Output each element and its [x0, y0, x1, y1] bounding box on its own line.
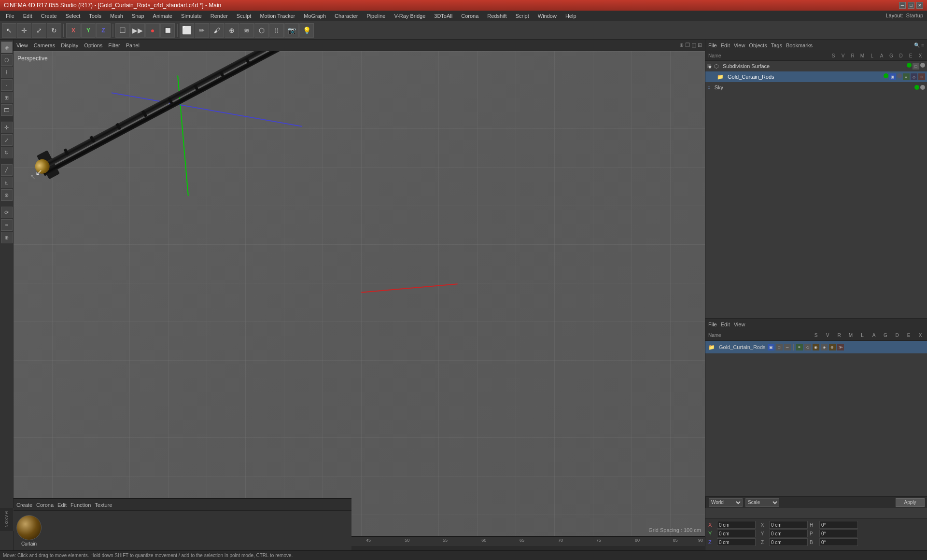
tool-model[interactable]: ◈	[1, 42, 13, 53]
tool-grid-dots[interactable]: ⁞⁞	[269, 23, 284, 38]
maximize-button[interactable]: □	[908, 2, 914, 9]
menu-corona[interactable]: Corona	[457, 12, 482, 20]
menu-vray[interactable]: V-Ray Bridge	[390, 12, 429, 20]
viewport[interactable]: Perspective	[14, 51, 705, 536]
mat-tab-edit[interactable]: Edit	[57, 502, 67, 508]
tool-anim-record[interactable]: ●	[145, 23, 160, 38]
menu-3dtoall[interactable]: 3DToAll	[430, 12, 456, 20]
tool-move2[interactable]: ✛	[1, 122, 13, 133]
close-button[interactable]: ✕	[916, 2, 923, 9]
attr-icon-6[interactable]: ≫	[837, 344, 844, 350]
mat-tab-function[interactable]: Function	[70, 502, 91, 508]
tool-object-mode[interactable]: □	[115, 23, 130, 38]
attr-selected-row[interactable]: 📁 Gold_Curtain_Rods ▣ □ ─ ≡ ◇ ◉ ◈ ⊕ ≫	[705, 341, 927, 353]
menu-script[interactable]: Script	[512, 12, 533, 20]
vp-menu-view[interactable]: View	[16, 42, 28, 48]
world-dropdown[interactable]: World	[709, 498, 743, 507]
tool-move[interactable]: ✛	[17, 23, 31, 38]
menu-simulate[interactable]: Simulate	[177, 12, 206, 20]
vis-dot-5[interactable]	[914, 85, 919, 90]
tool-measure[interactable]: ⊾	[1, 177, 13, 188]
vis-dot-6[interactable]	[920, 85, 925, 90]
vp-menu-panel[interactable]: Panel	[126, 42, 140, 48]
attr-vis-icon[interactable]: ▣	[768, 344, 774, 350]
menu-motion-tracker[interactable]: Motion Tracker	[256, 12, 299, 20]
coord-z-pos[interactable]	[717, 538, 756, 546]
coord-z-rot[interactable]	[769, 538, 808, 546]
tool-brush[interactable]: ⊕	[1, 232, 13, 243]
mat-tab-corona[interactable]: Corona	[36, 502, 54, 508]
tool-uv[interactable]: ⊞	[1, 92, 13, 103]
tool-3d[interactable]: 🗖	[1, 104, 13, 116]
attr-icon-1[interactable]: ≡	[796, 344, 803, 350]
tool-z-axis[interactable]: Z	[96, 23, 111, 38]
menu-render[interactable]: Render	[207, 12, 232, 20]
attr-menu-view[interactable]: View	[734, 322, 745, 327]
tool-scale2[interactable]: ⤢	[1, 134, 13, 146]
menu-mograph[interactable]: MoGraph	[300, 12, 330, 20]
tool-pencil[interactable]: ✏	[195, 23, 209, 38]
attr-icon-2[interactable]: ◇	[804, 344, 811, 350]
coord-h-input[interactable]	[819, 521, 858, 529]
vis-dot-1[interactable]	[907, 63, 912, 68]
menu-select[interactable]: Select	[62, 12, 84, 20]
apply-button[interactable]: Apply	[896, 498, 925, 507]
tool-cube[interactable]: ⬜	[180, 23, 194, 38]
menu-sculpt[interactable]: Sculpt	[233, 12, 255, 20]
tool-smooth[interactable]: ≈	[1, 219, 13, 231]
menu-mesh[interactable]: Mesh	[106, 12, 127, 20]
coord-b-input[interactable]	[819, 538, 858, 546]
tool-x-axis[interactable]: X	[66, 23, 81, 38]
tool-select[interactable]: ↖	[2, 23, 16, 38]
obj-menu-objects[interactable]: Objects	[749, 42, 767, 48]
vis-dot-4[interactable]	[897, 73, 902, 78]
menu-snap[interactable]: Snap	[128, 12, 148, 20]
tool-render-view[interactable]: 🔲	[160, 23, 175, 38]
obj-menu-edit[interactable]: Edit	[721, 42, 730, 48]
material-curtain-item[interactable]: Curtain	[16, 515, 42, 546]
menu-create[interactable]: Create	[37, 12, 61, 20]
material-ball-curtain[interactable]	[16, 515, 42, 540]
vp-menu-options[interactable]: Options	[84, 42, 102, 48]
tool-frame[interactable]: ▶▶	[130, 23, 145, 38]
menu-animate[interactable]: Animate	[149, 12, 176, 20]
tool-camera[interactable]: 📷	[284, 23, 299, 38]
attr-icon-4[interactable]: ◈	[821, 344, 828, 350]
obj-menu-tags[interactable]: Tags	[771, 42, 782, 48]
obj-menu-file[interactable]: File	[708, 42, 717, 48]
tool-rotate2[interactable]: ↻	[1, 147, 13, 158]
tool-scale[interactable]: ⤢	[32, 23, 46, 38]
tool-edge[interactable]: ⌇	[1, 67, 13, 78]
mat-tab-texture[interactable]: Texture	[95, 502, 112, 508]
menu-pipeline[interactable]: Pipeline	[363, 12, 389, 20]
coord-p-input[interactable]	[819, 530, 858, 537]
tool-y-axis[interactable]: Y	[81, 23, 96, 38]
coord-x-rot[interactable]	[769, 521, 808, 529]
attr-menu-file[interactable]: File	[708, 322, 717, 327]
menu-file[interactable]: File	[2, 12, 18, 20]
vis-dot-3[interactable]	[884, 73, 888, 78]
attr-lock-icon[interactable]: □	[776, 344, 783, 350]
tool-point[interactable]: ·	[1, 79, 13, 91]
tool-poly[interactable]: ⬡	[1, 54, 13, 66]
tool-sculpt2[interactable]: ⊕	[225, 23, 239, 38]
menu-edit[interactable]: Edit	[19, 12, 36, 20]
menu-tools[interactable]: Tools	[85, 12, 105, 20]
menu-window[interactable]: Window	[534, 12, 561, 20]
tool-light[interactable]: 💡	[299, 23, 314, 38]
menu-help[interactable]: Help	[562, 12, 580, 20]
obj-row-gold-curtain[interactable]: 📁 Gold_Curtain_Rods ▣ ≡ ◇ ⊕	[705, 71, 927, 82]
tool-paint[interactable]: 🖌	[210, 23, 224, 38]
scale-dropdown[interactable]: Scale	[745, 498, 779, 507]
vis-dot-2[interactable]	[920, 63, 925, 68]
obj-row-sky[interactable]: ○ Sky	[705, 82, 927, 93]
coord-y-rot[interactable]	[769, 530, 808, 537]
vp-menu-cameras[interactable]: Cameras	[34, 42, 56, 48]
obj-menu-view[interactable]: View	[734, 42, 745, 48]
menu-redshift[interactable]: Redshift	[483, 12, 510, 20]
vp-menu-display[interactable]: Display	[61, 42, 78, 48]
minimize-button[interactable]: ─	[899, 2, 906, 9]
attr-solo-icon[interactable]: ─	[784, 344, 791, 350]
vp-menu-filter[interactable]: Filter	[108, 42, 120, 48]
tool-spline[interactable]: ≋	[239, 23, 254, 38]
